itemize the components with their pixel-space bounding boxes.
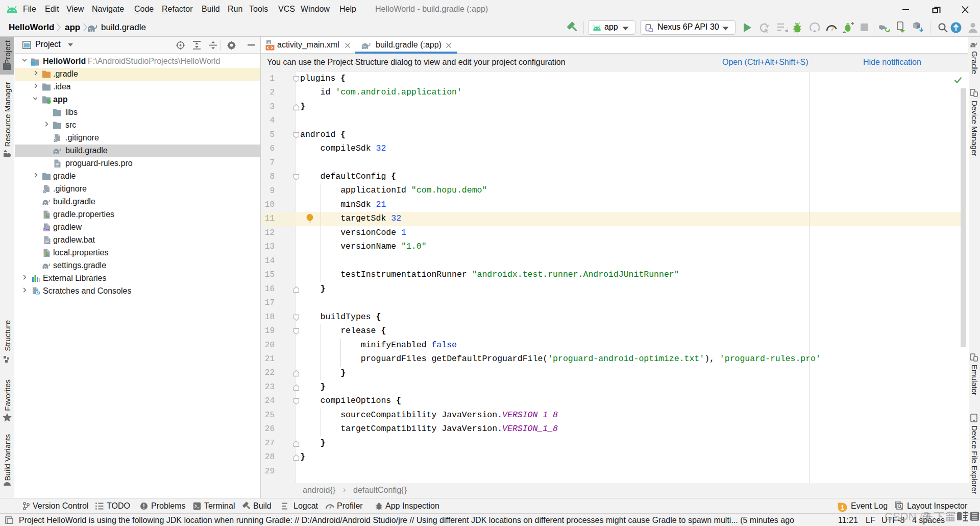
svg-text:A: A xyxy=(764,28,768,33)
svg-text:1: 1 xyxy=(841,504,844,511)
svg-text:C++: C++ xyxy=(44,228,50,231)
